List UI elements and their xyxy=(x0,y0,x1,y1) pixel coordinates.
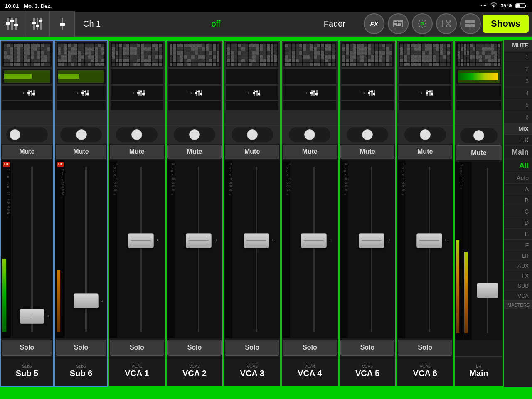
svg-rect-1 xyxy=(516,4,520,7)
layout-btn[interactable] xyxy=(460,13,481,34)
mix-item-vca[interactable]: VCA xyxy=(504,291,532,301)
svg-rect-69 xyxy=(253,92,255,94)
masters-label: MASTERS xyxy=(504,301,532,309)
channel-vca2: → Mute ·10 ·5 U ·5 ·10 ·20 ·30 ·60 xyxy=(166,40,224,387)
svg-rect-47 xyxy=(32,93,35,95)
mix-item-all[interactable]: All xyxy=(504,159,532,172)
fader-handle-vca3[interactable]: U xyxy=(244,233,269,248)
solo-btn-vca2[interactable]: Solo xyxy=(167,340,222,356)
solo-btn-vca4[interactable]: Solo xyxy=(283,340,337,356)
svg-point-34 xyxy=(449,25,451,27)
mute-btn-sub6[interactable]: Mute xyxy=(56,145,106,159)
mute-btn-vca6[interactable]: Mute xyxy=(398,145,452,159)
svg-rect-24 xyxy=(396,23,397,25)
svg-rect-83 xyxy=(373,93,375,95)
status-icons: ···· 35 % xyxy=(481,2,527,10)
mute-item-6[interactable]: 6 xyxy=(504,111,532,123)
mix-item-a[interactable]: A xyxy=(504,184,532,195)
fader-handle-lr[interactable] xyxy=(477,283,498,298)
fader-handle-vca6[interactable]: U xyxy=(416,233,442,248)
mute-item-4[interactable]: 4 xyxy=(504,87,532,99)
main-layout: document.currentScript.insertAdjacentHTM… xyxy=(0,40,532,387)
solo-btn-sub5[interactable]: Solo xyxy=(2,340,52,356)
channel-view-btn[interactable] xyxy=(25,11,50,36)
mix-item-d[interactable]: D xyxy=(504,217,532,229)
mix-item-auto[interactable]: Auto xyxy=(504,172,532,184)
mix-item-main[interactable]: Main xyxy=(504,146,532,159)
mute-btn-sub5[interactable]: Mute xyxy=(2,145,52,159)
svg-rect-38 xyxy=(466,20,470,23)
single-fader-btn[interactable] xyxy=(50,11,75,36)
mix-item-sub[interactable]: SUB xyxy=(504,281,532,291)
mix-item-c[interactable]: C xyxy=(504,206,532,217)
svg-rect-45 xyxy=(27,92,30,94)
mute-btn-vca1[interactable]: Mute xyxy=(110,145,164,159)
mute-item-1[interactable]: 1 xyxy=(504,51,532,63)
channel-name-vca1: VCA 1 xyxy=(125,369,149,378)
svg-rect-70 xyxy=(255,91,258,92)
channel-id-sub6: Sub6 xyxy=(76,364,86,369)
svg-rect-6 xyxy=(6,22,10,25)
channel-name-sub6: Sub 6 xyxy=(70,369,92,378)
fader-handle-vca2[interactable]: U xyxy=(186,233,212,248)
mix-item-b[interactable]: B xyxy=(504,195,532,206)
signal-icon: ···· xyxy=(481,3,486,9)
svg-rect-23 xyxy=(394,23,396,25)
svg-rect-76 xyxy=(313,91,315,92)
mix-item-e[interactable]: E xyxy=(504,229,532,240)
channel-id-vca1: VCA1 xyxy=(131,364,142,369)
svg-rect-41 xyxy=(470,24,475,27)
channel-vca5: → Mute ·10 ·5 U ·5 ·10 ·20 ·30 ·60 xyxy=(339,40,397,387)
mix-item-lr[interactable]: LR xyxy=(504,135,532,146)
routing-btn[interactable] xyxy=(436,13,457,34)
keyboard-btn[interactable] xyxy=(388,13,409,34)
solo-btn-vca1[interactable]: Solo xyxy=(110,340,164,356)
fx-btn[interactable]: FX xyxy=(364,13,384,34)
channel-lr: document.currentScript.insertAdjacentHTM… xyxy=(454,40,504,387)
solo-btn-vca6[interactable]: Solo xyxy=(398,340,452,356)
status-time: 10:01 xyxy=(5,3,19,9)
solo-btn-sub6[interactable]: Solo xyxy=(56,340,106,356)
mute-header: MUTE xyxy=(504,40,532,51)
mute-item-3[interactable]: 3 xyxy=(504,75,532,87)
settings-btn[interactable] xyxy=(412,13,433,34)
solo-btn-vca3[interactable]: Solo xyxy=(225,340,279,356)
mute-btn-vca5[interactable]: Mute xyxy=(340,145,395,159)
channel-sub6: document.currentScript.insertAdjacentHTM… xyxy=(54,40,108,387)
mix-item-fx[interactable]: FX xyxy=(504,271,532,281)
toolbar: Ch 1 off Fader FX xyxy=(0,12,532,37)
channel-name-sub5: Sub 5 xyxy=(16,369,38,378)
svg-rect-63 xyxy=(195,92,197,94)
shows-button[interactable]: Shows xyxy=(483,15,529,33)
channel-info: Ch 1 off Fader xyxy=(75,19,362,29)
mixer-view-btn[interactable] xyxy=(0,11,25,36)
mix-item-f[interactable]: F xyxy=(504,240,532,251)
lr-indicator-sub5: LR xyxy=(3,162,10,167)
status-bar: 10:01 Mo. 3. Dez. ···· 35 % xyxy=(0,0,532,12)
svg-rect-2 xyxy=(525,5,526,7)
svg-rect-12 xyxy=(32,22,36,24)
svg-rect-57 xyxy=(137,92,140,94)
fader-handle-vca5[interactable]: U xyxy=(359,233,384,248)
svg-rect-39 xyxy=(470,20,475,23)
mute-item-2[interactable]: 2 xyxy=(504,63,532,75)
mix-item-aux[interactable]: AUX xyxy=(504,261,532,271)
mute-btn-lr[interactable]: Mute xyxy=(456,145,502,160)
mute-btn-vca4[interactable]: Mute xyxy=(283,145,337,159)
mix-item-lr2[interactable]: LR xyxy=(504,251,532,261)
svg-rect-26 xyxy=(399,23,401,25)
mute-item-5[interactable]: 5 xyxy=(504,99,532,111)
fader-handle-sub5[interactable]: U xyxy=(20,309,44,324)
svg-rect-25 xyxy=(398,23,399,25)
svg-rect-75 xyxy=(310,92,313,94)
routing-arrow-icon: → xyxy=(18,89,26,97)
solo-btn-vca5[interactable]: Solo xyxy=(340,340,395,356)
mute-btn-vca2[interactable]: Mute xyxy=(167,145,222,159)
mute-btn-vca3[interactable]: Mute xyxy=(225,145,279,159)
bottom-bar xyxy=(0,387,532,399)
fader-handle-sub6[interactable]: U xyxy=(74,293,99,308)
fader-handle-vca4[interactable]: U xyxy=(301,233,327,248)
svg-rect-53 xyxy=(86,93,89,95)
fader-handle-vca1[interactable]: U xyxy=(128,233,154,248)
channel-vca4: → Mute ·10 ·5 U ·5 ·10 ·20 ·30 ·60 xyxy=(281,40,339,387)
